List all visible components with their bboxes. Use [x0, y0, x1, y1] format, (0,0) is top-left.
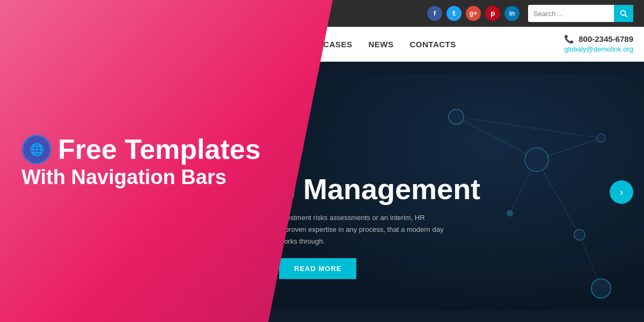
right-website-panel: f 𝕥 g+ 𝗽 in CES CASES NEWS CONTACTS: [268, 0, 644, 322]
search-button[interactable]: [614, 5, 633, 22]
facebook-icon[interactable]: f: [427, 6, 442, 21]
contact-info: 📞 800-2345-6789 globaly@demolink.org: [564, 34, 633, 54]
googleplus-icon[interactable]: g+: [466, 6, 481, 21]
svg-point-12: [574, 230, 585, 240]
hero-description: nvestment risks assessments or an interi…: [279, 212, 480, 247]
overlay-subtitle-text: With Navigation Bars: [21, 165, 261, 188]
nav-link-contacts[interactable]: CONTACTS: [410, 40, 456, 49]
pinterest-icon[interactable]: 𝗽: [485, 6, 500, 21]
nav-link-news[interactable]: NEWS: [369, 40, 394, 49]
search-icon: [620, 10, 627, 17]
hero-title: s Management: [279, 173, 480, 205]
overlay-title: 🌐 Free Templates: [21, 134, 261, 166]
svg-point-15: [507, 210, 513, 217]
hero-text-block: s Management nvestment risks assessments…: [279, 173, 480, 279]
social-icons-group: f 𝕥 g+ 𝗽 in: [427, 6, 519, 21]
svg-point-10: [449, 109, 464, 125]
next-arrow-button[interactable]: ›: [610, 180, 633, 204]
svg-point-11: [525, 148, 548, 172]
nav-link-cases[interactable]: CASES: [323, 40, 352, 49]
hero-section: s Management nvestment risks assessments…: [268, 62, 644, 322]
linkedin-icon[interactable]: in: [504, 6, 519, 21]
twitter-icon[interactable]: 𝕥: [447, 6, 462, 21]
phone-icon: 📞: [564, 34, 574, 43]
search-bar[interactable]: [528, 5, 633, 22]
svg-point-14: [591, 279, 611, 298]
overlay-text-block: 🌐 Free Templates With Navigation Bars: [21, 134, 261, 189]
email-link[interactable]: globaly@demolink.org: [564, 45, 633, 53]
phone-number: 📞 800-2345-6789: [564, 34, 633, 44]
read-more-button[interactable]: READ MORE: [279, 258, 356, 279]
www-icon: 🌐: [21, 134, 52, 164]
svg-line-2: [625, 15, 627, 17]
overlay-title-text: Free Templates: [58, 134, 261, 166]
globe-glyph: 🌐: [30, 143, 44, 156]
svg-point-13: [597, 134, 605, 143]
search-input[interactable]: [528, 10, 614, 18]
